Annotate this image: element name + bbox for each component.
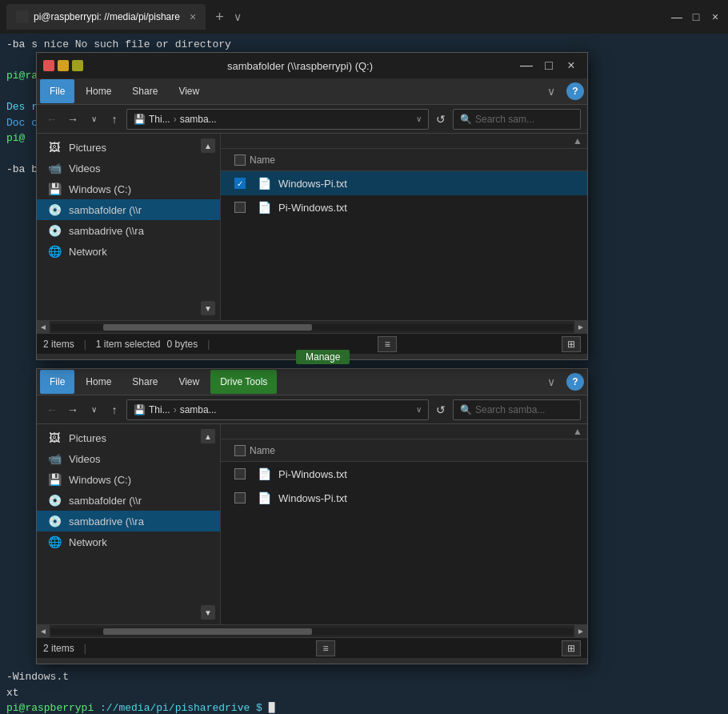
top-refresh-btn[interactable]: ↺ — [432, 110, 450, 128]
sidebar-item-windows-top[interactable]: Windows (C:) — [37, 178, 220, 199]
bottom-forward-btn[interactable]: → — [64, 401, 82, 419]
win-minimize-btn[interactable]: — — [670, 10, 683, 23]
file-item-pi-windows[interactable]: Pi-Windows.txt — [221, 195, 587, 219]
ribbon-tab-share-top[interactable]: Share — [122, 79, 167, 103]
bottom-search-box[interactable]: 🔍 Search samba... — [453, 399, 581, 420]
bottom-file-checkbox-col-2 — [230, 492, 250, 503]
file-checkbox-1[interactable]: ✓ — [234, 178, 246, 189]
top-address-bar: ← → ∨ ↑ 💾 Thi... › samba... ∨ ↺ 🔍 Search… — [37, 105, 587, 134]
bottom-file-checkbox-2[interactable] — [234, 492, 246, 503]
ribbon-tab-share-bottom[interactable]: Share — [122, 370, 167, 394]
win-maximize-btn[interactable]: □ — [690, 10, 702, 23]
header-checkbox[interactable] — [234, 154, 246, 166]
ribbon-tab-file-bottom[interactable]: File — [40, 370, 74, 394]
tab-dropdown[interactable]: ∨ — [230, 10, 245, 23]
sidebar-item-network-bottom[interactable]: Network — [37, 531, 220, 552]
ribbon-tab-view-bottom[interactable]: View — [169, 370, 209, 394]
bottom-sidebar-scroll-up[interactable]: ▲ — [201, 429, 215, 443]
icon-yellow — [72, 60, 83, 71]
videos-icon — [46, 162, 62, 174]
top-minimize-btn[interactable]: — — [517, 56, 536, 75]
file-item-windows-pi-bottom[interactable]: Windows-Pi.txt — [221, 486, 587, 510]
sidebar-item-sambadrive-bottom[interactable]: sambadrive (\\ra — [37, 511, 220, 531]
sidebar-item-pictures-top[interactable]: Pictures — [37, 137, 220, 158]
bottom-address-bar: ← → ∨ ↑ 💾 Thi... › samba... ∨ ↺ 🔍 Search… — [37, 395, 587, 424]
terminal-tab[interactable]: pi@raspberrypi: //media/pi/pishare × — [6, 4, 206, 30]
top-back-btn[interactable]: ← — [43, 110, 61, 128]
file-item-windows-pi[interactable]: ✓ Windows-Pi.txt — [221, 171, 587, 195]
terminal-tab-icon — [16, 10, 29, 23]
top-sidebar-scroll-down[interactable]: ▼ — [201, 301, 215, 315]
bottom-header-checkbox[interactable] — [234, 445, 246, 456]
top-dropdown-btn[interactable]: ∨ — [85, 110, 102, 128]
titlebar-icons — [43, 60, 83, 71]
bottom-refresh-btn[interactable]: ↺ — [432, 401, 450, 419]
bottom-scroll-left[interactable]: ◄ — [37, 625, 50, 638]
bottom-file-list-header: Name — [221, 439, 587, 462]
top-view-toggle-2[interactable]: ⊞ — [562, 336, 581, 352]
bottom-back-btn[interactable]: ← — [43, 401, 61, 419]
samba-drive-icon-bottom — [46, 515, 62, 527]
top-search-box[interactable]: 🔍 Search sam... — [453, 109, 581, 130]
file-name-windows-pi: Windows-Pi.txt — [278, 178, 347, 190]
top-sidebar-scroll-up[interactable]: ▲ — [201, 138, 215, 153]
new-tab-button[interactable]: + — [209, 9, 230, 26]
bottom-header-checkbox-col — [230, 445, 250, 456]
file-list-scroll-up[interactable]: ▲ — [573, 135, 582, 146]
bottom-view-toggle-2[interactable]: ⊞ — [562, 640, 581, 656]
breadcrumb-dropdown[interactable]: ∨ — [416, 114, 422, 123]
top-forward-btn[interactable]: → — [64, 110, 82, 128]
top-up-btn[interactable]: ↑ — [106, 110, 123, 128]
ribbon-tab-home-bottom[interactable]: Home — [76, 370, 121, 394]
ribbon-help-bottom[interactable]: ? — [566, 373, 584, 391]
bottom-breadcrumb[interactable]: 💾 Thi... › samba... ∨ — [126, 399, 429, 420]
top-scroll-right[interactable]: ► — [574, 321, 587, 334]
ribbon-chevron-bottom[interactable]: ∨ — [541, 372, 562, 391]
top-scroll-left[interactable]: ◄ — [37, 321, 50, 334]
win-close-btn[interactable]: × — [709, 10, 722, 23]
sidebar-item-videos-top[interactable]: Videos — [37, 158, 220, 178]
sidebar-label-pictures-top: Pictures — [69, 142, 106, 154]
sidebar-item-sambafolder-bottom[interactable]: sambafolder (\\r — [37, 490, 220, 511]
manage-button[interactable]: Manage — [296, 350, 350, 364]
bottom-sidebar-scroll-down[interactable]: ▼ — [201, 605, 215, 620]
top-breadcrumb[interactable]: 💾 Thi... › samba... ∨ — [126, 109, 429, 130]
bottom-scroll-track[interactable] — [51, 628, 573, 635]
bottom-up-btn[interactable]: ↑ — [106, 401, 123, 419]
bottom-scroll-right[interactable]: ► — [574, 625, 587, 638]
top-maximize-btn[interactable]: □ — [539, 56, 558, 75]
bottom-ribbon-tabs: File Home Share View Drive Tools ∨ ? — [37, 369, 587, 395]
file-item-pi-windows-bottom[interactable]: Pi-Windows.txt — [221, 462, 587, 486]
ribbon-help-top[interactable]: ? — [566, 82, 584, 100]
bottom-dropdown-btn[interactable]: ∨ — [85, 401, 102, 419]
sidebar-item-videos-bottom[interactable]: Videos — [37, 448, 220, 469]
sidebar-item-network-top[interactable]: Network — [37, 241, 220, 262]
terminal-bottom-text: -Windows.t — [6, 669, 722, 685]
file-checkbox-2[interactable] — [234, 202, 246, 213]
pictures-icon — [46, 141, 62, 154]
bottom-file-checkbox-1[interactable] — [234, 468, 246, 479]
ribbon-tab-file-top[interactable]: File — [40, 79, 74, 103]
top-explorer-controls: — □ × — [517, 56, 581, 75]
sidebar-item-windows-bottom[interactable]: Windows (C:) — [37, 469, 220, 490]
top-close-btn[interactable]: × — [562, 56, 581, 75]
top-scroll-thumb[interactable] — [103, 324, 312, 331]
bottom-scroll-thumb[interactable] — [103, 628, 312, 635]
bottom-view-toggle-1[interactable]: ≡ — [316, 640, 335, 656]
top-scroll-track[interactable] — [51, 324, 573, 331]
bottom-sidebar: ▲ Pictures Videos Windows (C:) sambafold… — [37, 424, 221, 624]
bottom-breadcrumb-dropdown[interactable]: ∨ — [416, 405, 422, 414]
sidebar-item-pictures-bottom[interactable]: Pictures — [37, 427, 220, 448]
ribbon-tab-view-top[interactable]: View — [169, 79, 209, 103]
ribbon-chevron-top[interactable]: ∨ — [541, 82, 562, 101]
ribbon-tab-home-top[interactable]: Home — [76, 79, 121, 103]
samba-folder-icon — [46, 203, 62, 216]
top-view-toggle-1[interactable]: ≡ — [378, 336, 397, 352]
sidebar-item-sambadrive-top[interactable]: sambadrive (\\ra — [37, 220, 220, 241]
sidebar-item-sambafolder-top[interactable]: sambafolder (\\r — [37, 199, 220, 220]
top-main-content: ▲ Pictures Videos Windows (C:) sambafold… — [37, 134, 587, 320]
terminal-tab-close[interactable]: × — [190, 10, 196, 23]
ribbon-tab-drive-tools[interactable]: Drive Tools — [210, 370, 277, 394]
file-name-windows-pi-bottom: Windows-Pi.txt — [278, 492, 347, 504]
bottom-file-list-scroll-up[interactable]: ▲ — [573, 426, 582, 437]
